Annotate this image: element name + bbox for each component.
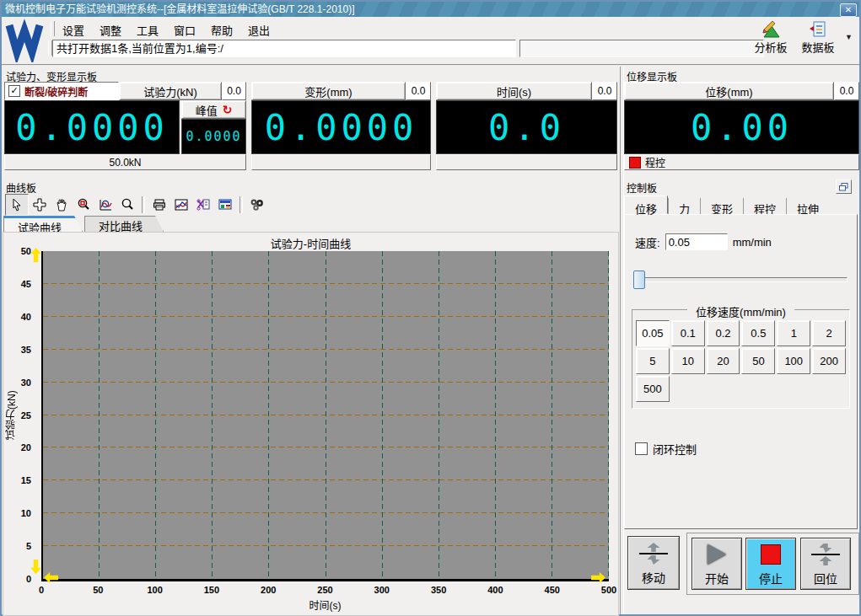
speed-option-2[interactable]: 2 [812, 320, 846, 346]
peak-refresh-icon[interactable]: ↻ [223, 103, 233, 116]
gridline-h [43, 316, 609, 317]
speed-option-100[interactable]: 100 [777, 348, 810, 374]
menu-item-退出[interactable]: 退出 [241, 20, 277, 37]
stop-button[interactable]: 停止 [745, 538, 796, 590]
close-button[interactable]: ✕ [840, 3, 857, 17]
return-home-icon [811, 541, 840, 568]
toolbar-separator-2 [239, 196, 243, 213]
force-lcd-display: 0.0000 [4, 100, 180, 154]
toolbar-more-arrow-icon[interactable]: ▼ [845, 33, 853, 41]
time-header[interactable]: 时间(s) [436, 82, 592, 100]
gridline-v [212, 251, 213, 579]
control-tab-变形[interactable]: 变形 [700, 198, 743, 214]
menu-item-设置[interactable]: 设置 [56, 20, 91, 37]
status-field: 共打开数据1条,当前位置为1,编号:/ [52, 40, 516, 57]
speed-option-0.2[interactable]: 0.2 [707, 320, 740, 346]
curve-tab-对比曲线[interactable]: 对比曲线 [84, 216, 164, 232]
magnifier-icon[interactable] [116, 195, 138, 215]
gridline-h [43, 349, 609, 350]
clip-copy-icon[interactable] [192, 195, 214, 215]
speed-group-title: 位移速度(mm/min) [632, 303, 849, 319]
data-document-icon [809, 21, 827, 38]
menu-item-工具[interactable]: 工具 [130, 20, 165, 37]
analysis-pencil-ruler-icon [761, 21, 780, 38]
pan-hand-icon[interactable] [51, 195, 73, 215]
speed-groupbox: 位移速度(mm/min) 0.050.10.20.512510205010020… [632, 309, 850, 409]
gridline-h [43, 479, 609, 480]
curve-tab-试验曲线[interactable]: 试验曲线 [3, 216, 83, 232]
control-tab-程控[interactable]: 程控 [743, 198, 786, 214]
x-axis-labels: 050100150200250300350400450500 [41, 585, 609, 597]
control-tab-位移[interactable]: 位移 [624, 196, 668, 214]
speed-option-0.05[interactable]: 0.05 [636, 320, 670, 346]
speed-option-200[interactable]: 200 [812, 348, 846, 374]
speed-slider-track[interactable] [635, 277, 848, 282]
print-icon[interactable] [148, 195, 170, 215]
control-tab-拉伸[interactable]: 拉伸 [786, 198, 829, 214]
zoom-curve-icon[interactable] [94, 195, 116, 215]
break-judge-checkbox[interactable]: ✓ [8, 85, 20, 97]
speed-option-500[interactable]: 500 [636, 376, 670, 402]
curves-compare-icon[interactable] [170, 195, 192, 215]
peak-header[interactable]: 峰值 ↻ [181, 100, 246, 119]
gridline-v [608, 251, 609, 579]
menu-item-帮助[interactable]: 帮助 [204, 20, 239, 37]
analysis-board-button[interactable]: 分析板 [751, 21, 791, 55]
speed-input[interactable] [665, 233, 728, 250]
y-tick-50: 50 [21, 246, 31, 256]
plot-area[interactable] [41, 251, 609, 581]
x-tick-50: 50 [93, 585, 103, 595]
menu-item-窗口[interactable]: 窗口 [167, 20, 202, 37]
control-tab-力[interactable]: 力 [668, 198, 700, 214]
data-board-button[interactable]: 数据板 [798, 21, 838, 55]
logo-w-icon [4, 19, 48, 62]
status-field-secondary [519, 40, 764, 57]
displacement-header[interactable]: 位移(mm) [624, 82, 834, 100]
gridline-h [43, 447, 609, 447]
zoom-region-icon[interactable] [73, 195, 94, 215]
program-control-indicator-icon [629, 157, 641, 169]
y-tick-30: 30 [21, 378, 31, 388]
gridline-v [382, 251, 383, 579]
deform-header[interactable]: 变形(mm) [251, 82, 406, 100]
return-button[interactable]: 回位 [800, 538, 851, 590]
y-tick-40: 40 [21, 312, 31, 322]
gears-settings-icon[interactable] [246, 195, 268, 215]
y-tick-45: 45 [21, 279, 31, 289]
app-window: 微机控制电子万能试验机测控系统--[金属材料室温拉伸试验(GB/T 228.1-… [0, 0, 861, 616]
speed-option-5[interactable]: 5 [636, 348, 670, 374]
gridline-h [43, 545, 609, 546]
data-grid-icon[interactable] [214, 195, 236, 215]
speed-option-0.1[interactable]: 0.1 [671, 320, 705, 346]
speed-unit: mm/min [733, 236, 772, 249]
speed-option-10[interactable]: 10 [671, 348, 705, 374]
break-judge-field: ✓ 断裂/破碎判断 [4, 82, 119, 100]
gridline-h [43, 512, 609, 513]
speed-option-50[interactable]: 50 [741, 348, 775, 374]
gridline-v [326, 251, 326, 579]
gridline-h [43, 283, 609, 284]
menu-item-调整[interactable]: 调整 [93, 20, 128, 37]
closed-loop-checkbox[interactable] [635, 442, 648, 455]
start-button[interactable]: 开始 [691, 538, 742, 590]
gridline-v [99, 251, 100, 579]
speed-option-1[interactable]: 1 [777, 320, 810, 346]
x-tick-200: 200 [261, 585, 276, 595]
move-button[interactable]: 移动 [627, 536, 680, 590]
displacement-lcd-display: 0.00 [624, 100, 859, 154]
toolbar-right: 分析板 数据板 ▼ [751, 21, 853, 55]
control-tab-content: 速度: mm/min 位移速度(mm/min) 0.050.10.20.5125… [624, 214, 858, 529]
move-crosshair-icon[interactable] [29, 195, 51, 215]
peak-lcd-display: 0.0000 [181, 119, 246, 154]
deform-lcd-display: 0.0000 [251, 100, 431, 154]
control-tabs: 位移力变形程控拉伸 [624, 196, 829, 214]
speed-slider-thumb[interactable] [633, 271, 645, 289]
speed-option-0.5[interactable]: 0.5 [741, 320, 775, 346]
time-lcd-display: 0.0 [436, 100, 617, 154]
stop-button-label: 停止 [759, 570, 783, 587]
y-tick-5: 5 [26, 541, 31, 551]
force-header[interactable]: 试验力(kN) [119, 82, 222, 100]
select-cursor-icon[interactable] [5, 194, 29, 216]
x-tick-400: 400 [487, 585, 503, 595]
speed-option-20[interactable]: 20 [707, 348, 740, 374]
